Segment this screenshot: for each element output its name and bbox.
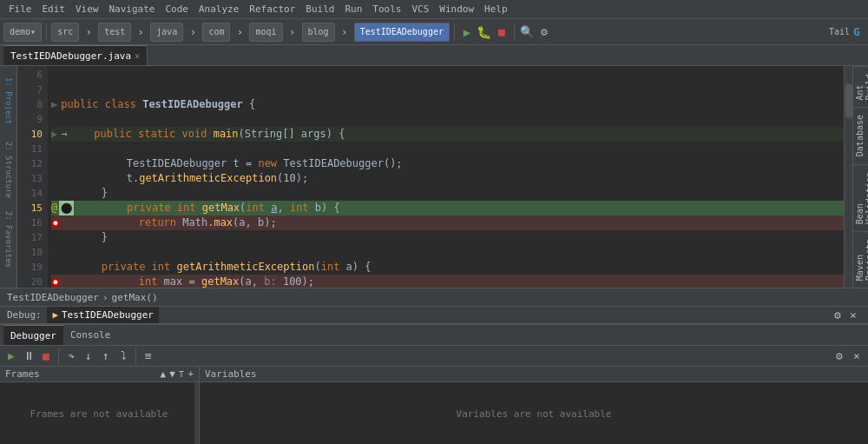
- debug-settings-icon[interactable]: ⚙: [830, 308, 845, 323]
- editor-scrollbar[interactable]: [844, 66, 852, 288]
- menu-file[interactable]: File: [3, 0, 37, 18]
- menu-tools[interactable]: Tools: [367, 0, 406, 18]
- tab-close-button[interactable]: ×: [135, 51, 140, 61]
- frames-body: Frames are not available: [0, 382, 199, 423]
- debug-tb-sep1: [58, 348, 59, 365]
- nav-arrow4: ›: [232, 24, 247, 40]
- code-area: 6 7 8 9 10 11 12 13 14 15 16 17 18 19 20…: [17, 66, 844, 288]
- debugger-tab[interactable]: Debugger: [3, 325, 63, 345]
- project-dropdown[interactable]: demo ▾: [3, 23, 42, 42]
- blog-breadcrumb[interactable]: blog: [302, 23, 335, 42]
- nav-arrow2: ›: [133, 24, 148, 40]
- project-icon[interactable]: 1: Project: [0, 66, 17, 136]
- nav-arrow5: ›: [285, 24, 300, 40]
- java-breadcrumb[interactable]: java: [150, 23, 183, 42]
- step-over-icon[interactable]: ↷: [63, 348, 79, 364]
- tabs-bar: TestIEDADebugger.java ×: [0, 45, 868, 66]
- code-line-15: @ ⬤ private int getMax(int a, int b) {: [51, 201, 844, 215]
- code-line-13: t.getArithmeticException(10);: [51, 171, 844, 186]
- code-line-17: }: [51, 230, 844, 245]
- file-tab-name: TestIEDADebugger.java: [10, 50, 131, 62]
- breadcrumb: TestIDEADebugger › getMax(): [0, 288, 868, 307]
- database-tab[interactable]: Database: [853, 107, 868, 163]
- g-icon[interactable]: G: [849, 24, 865, 40]
- code-line-18: [51, 245, 844, 260]
- pause-icon[interactable]: ⏸: [21, 348, 36, 364]
- bean-validation-tab[interactable]: Bean Validation: [853, 164, 868, 231]
- file-tab[interactable]: TestIEDADebugger.java ×: [3, 45, 148, 65]
- left-side-panel: 1: Project 2: Structure 2: Favorites: [0, 66, 17, 288]
- code-line-14: }: [51, 186, 844, 201]
- code-line-6: [51, 68, 844, 83]
- menu-view[interactable]: View: [70, 0, 104, 18]
- run-to-cursor-icon[interactable]: ⤵: [115, 348, 131, 364]
- step-out-icon[interactable]: ↑: [98, 348, 114, 364]
- debug-tb-sep2: [135, 348, 136, 365]
- test-breadcrumb[interactable]: test: [98, 23, 131, 42]
- menu-build[interactable]: Build: [300, 0, 339, 18]
- moqi-breadcrumb[interactable]: moqi: [249, 23, 282, 42]
- menu-run[interactable]: Run: [339, 0, 367, 18]
- menu-window[interactable]: Window: [434, 0, 479, 18]
- menu-navigate[interactable]: Navigate: [104, 0, 161, 18]
- structure-icon[interactable]: 2: Structure: [0, 136, 17, 205]
- favorites-icon[interactable]: 2: Favorites: [0, 205, 17, 275]
- menu-code[interactable]: Code: [160, 0, 194, 18]
- breadcrumb-method: getMax(): [112, 292, 158, 303]
- line-numbers: 6 7 8 9 10 11 12 13 14 15 16 17 18 19 20…: [17, 66, 48, 288]
- menu-analyze[interactable]: Analyze: [194, 0, 244, 18]
- variables-header: Variables: [200, 367, 868, 382]
- menu-vcs[interactable]: VCS: [406, 0, 434, 18]
- menu-edit[interactable]: Edit: [37, 0, 71, 18]
- debug-close-icon[interactable]: ×: [845, 308, 861, 323]
- nav-arrow3: ›: [185, 24, 201, 40]
- debug-panel: Debugger Console ▶ ⏸ ■ ↷ ↓ ↑ ⤵ ≡ ⚙ × Fra…: [0, 324, 868, 444]
- search-icon[interactable]: 🔍: [519, 24, 535, 40]
- console-tab[interactable]: Console: [63, 325, 117, 345]
- ant-build-tab[interactable]: Ant Build: [853, 66, 868, 107]
- menu-refactor[interactable]: Refactor: [244, 0, 300, 18]
- debug-settings-icon2[interactable]: ⚙: [832, 348, 847, 364]
- resume-icon[interactable]: ▶: [3, 348, 19, 364]
- run-icon[interactable]: ▶: [459, 24, 475, 40]
- toolbar: demo ▾ src › test › java › com › moqi › …: [0, 19, 868, 45]
- tail-icon[interactable]: Tail: [832, 24, 847, 40]
- maven-projects-tab[interactable]: Maven Projects: [853, 231, 868, 288]
- variables-panel: Variables Variables are not available: [200, 367, 868, 444]
- com-breadcrumb[interactable]: com: [202, 23, 230, 42]
- nav-arrow: ›: [81, 24, 96, 40]
- code-line-8: ▶ public class TestIDEADebugger {: [51, 97, 844, 112]
- debug-toolbar: ▶ ⏸ ■ ↷ ↓ ↑ ⤵ ≡ ⚙ ×: [0, 346, 868, 367]
- step-into-icon[interactable]: ↓: [81, 348, 96, 364]
- close-debug-icon[interactable]: ×: [849, 348, 865, 364]
- scroll-thumb[interactable]: [845, 83, 852, 118]
- frames-panel: Frames ▲ ▼ ⊤ + Frames are not available: [0, 367, 200, 444]
- stop-icon[interactable]: ■: [494, 24, 510, 40]
- evaluate-icon[interactable]: ≡: [141, 348, 156, 364]
- code-line-20: ● int max = getMax(a, b: 100);: [51, 275, 844, 288]
- toolbar-separator-1: [46, 23, 47, 41]
- debug-config-tab[interactable]: ▶ TestIDEADebugger: [47, 307, 159, 323]
- debug-icon[interactable]: 🐛: [477, 24, 492, 40]
- frames-filter-btn[interactable]: ⊤: [179, 368, 185, 380]
- frames-down-btn[interactable]: ▼: [169, 368, 175, 380]
- breadcrumb-sep: ›: [102, 292, 108, 303]
- gear-icon[interactable]: ⚙: [536, 24, 552, 40]
- frames-header: Frames ▲ ▼ ⊤ +: [0, 367, 199, 382]
- frames-up-btn[interactable]: ▲: [161, 368, 167, 380]
- frames-controls: ▲ ▼ ⊤ +: [161, 368, 194, 380]
- nav-arrow6: ›: [337, 24, 352, 40]
- right-panel: Ant Build Database Bean Validation Maven…: [852, 66, 868, 288]
- frames-resize-handle[interactable]: [194, 382, 199, 444]
- debug-tabs: Debugger Console: [0, 325, 868, 346]
- menubar: File Edit View Navigate Code Analyze Ref…: [0, 0, 868, 19]
- debug-title-bar: Debug: ▶ TestIDEADebugger ⚙ ×: [0, 307, 868, 324]
- file-breadcrumb[interactable]: TestIDEADebugger: [354, 23, 450, 42]
- src-breadcrumb[interactable]: src: [51, 23, 79, 42]
- menu-help[interactable]: Help: [479, 0, 513, 18]
- code-editor[interactable]: 6 7 8 9 10 11 12 13 14 15 16 17 18 19 20…: [17, 66, 844, 288]
- code-line-9: [51, 112, 844, 127]
- stop-debug-icon[interactable]: ■: [38, 348, 54, 364]
- frames-add-btn[interactable]: +: [187, 368, 194, 380]
- debug-config-name: TestIDEADebugger: [62, 309, 154, 321]
